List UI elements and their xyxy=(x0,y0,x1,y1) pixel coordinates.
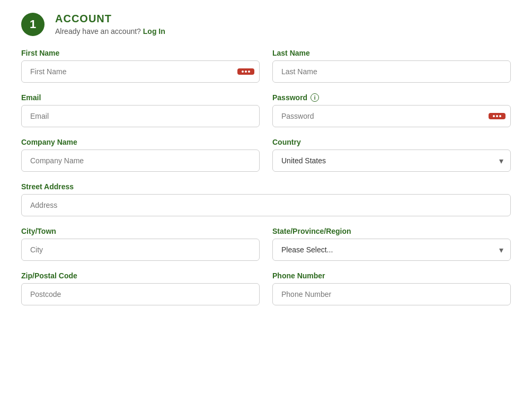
state-select[interactable]: Please Select... Alabama Alaska Californ… xyxy=(272,239,511,261)
first-name-label: First Name xyxy=(21,49,260,57)
street-address-label: Street Address xyxy=(21,182,511,191)
step-number: 1 xyxy=(30,17,36,31)
city-group: City/Town xyxy=(21,227,260,261)
last-name-input-wrapper xyxy=(272,60,511,83)
city-state-row: City/Town State/Province/Region Please S… xyxy=(21,227,511,261)
login-link[interactable]: Log In xyxy=(143,27,165,36)
country-select-wrapper: United States Canada United Kingdom Aust… xyxy=(272,150,511,172)
subtitle-text: Already have an account? xyxy=(55,27,141,36)
city-input[interactable] xyxy=(21,239,260,261)
street-address-input-wrapper xyxy=(21,194,511,216)
password-input[interactable] xyxy=(272,105,511,127)
zip-phone-row: Zip/Postal Code Phone Number xyxy=(21,271,511,305)
password-group: Password i xyxy=(272,93,511,127)
password-label: Password xyxy=(272,93,307,102)
account-form: First Name Last Name Email xyxy=(21,49,511,305)
street-address-group: Street Address xyxy=(21,182,511,216)
account-header: 1 ACCOUNT Already have an account? Log I… xyxy=(21,13,511,36)
section-title: ACCOUNT xyxy=(55,13,165,25)
zip-input-wrapper xyxy=(21,283,260,305)
password-info-icon: i xyxy=(311,93,319,102)
company-country-row: Company Name Country United States Canad… xyxy=(21,138,511,172)
company-name-input[interactable] xyxy=(21,150,260,172)
email-input[interactable] xyxy=(21,105,260,127)
company-name-input-wrapper xyxy=(21,150,260,172)
header-text-block: ACCOUNT Already have an account? Log In xyxy=(55,13,165,36)
country-label: Country xyxy=(272,138,511,146)
email-group: Email xyxy=(21,93,260,127)
last-name-label: Last Name xyxy=(272,49,511,57)
phone-group: Phone Number xyxy=(272,271,511,305)
password-toggle-button[interactable] xyxy=(489,113,506,119)
first-name-toggle-button[interactable] xyxy=(237,68,254,75)
password-label-row: Password i xyxy=(272,93,511,102)
city-label: City/Town xyxy=(21,227,260,235)
phone-input-wrapper xyxy=(272,283,511,305)
zip-group: Zip/Postal Code xyxy=(21,271,260,305)
first-name-group: First Name xyxy=(21,49,260,83)
first-name-input-wrapper xyxy=(21,60,260,83)
email-password-row: Email Password i xyxy=(21,93,511,127)
company-name-label: Company Name xyxy=(21,138,260,146)
country-group: Country United States Canada United King… xyxy=(272,138,511,172)
first-name-input[interactable] xyxy=(21,60,260,83)
street-address-input[interactable] xyxy=(21,194,511,216)
street-address-row: Street Address xyxy=(21,182,511,216)
state-label: State/Province/Region xyxy=(272,227,511,235)
last-name-group: Last Name xyxy=(272,49,511,83)
company-name-group: Company Name xyxy=(21,138,260,172)
state-select-wrapper: Please Select... Alabama Alaska Californ… xyxy=(272,239,511,261)
step-indicator: 1 xyxy=(21,13,45,36)
last-name-input[interactable] xyxy=(272,60,511,83)
phone-input[interactable] xyxy=(272,283,511,305)
login-prompt: Already have an account? Log In xyxy=(55,27,165,36)
phone-label: Phone Number xyxy=(272,271,511,280)
email-label: Email xyxy=(21,93,260,102)
dots-icon xyxy=(493,115,501,117)
name-row: First Name Last Name xyxy=(21,49,511,83)
zip-label: Zip/Postal Code xyxy=(21,271,260,280)
password-input-wrapper xyxy=(272,105,511,127)
country-select[interactable]: United States Canada United Kingdom Aust… xyxy=(272,150,511,172)
city-input-wrapper xyxy=(21,239,260,261)
state-group: State/Province/Region Please Select... A… xyxy=(272,227,511,261)
zip-input[interactable] xyxy=(21,283,260,305)
dots-icon xyxy=(242,71,250,73)
email-input-wrapper xyxy=(21,105,260,127)
